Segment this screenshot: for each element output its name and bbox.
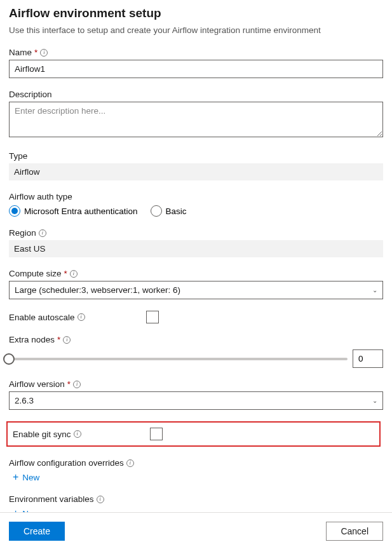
info-icon[interactable]: i [73,381,81,388]
page-subtitle: Use this interface to setup and create y… [9,25,383,35]
info-icon[interactable]: i [74,430,81,438]
name-label: Name [9,48,32,57]
chevron-down-icon: ⌄ [372,287,377,294]
compute-value: Large (scheduler:3, webserver:1, worker:… [15,285,180,295]
overrides-new-label: New [22,473,39,482]
overrides-new-button[interactable]: + New [9,471,383,483]
info-icon[interactable]: i [39,229,46,237]
info-icon[interactable]: i [78,313,85,321]
compute-select[interactable]: Large (scheduler:3, webserver:1, worker:… [9,281,383,299]
type-label: Type [9,151,27,161]
airflow-version-value: 2.6.3 [15,396,34,405]
auth-radio-basic[interactable]: Basic [151,205,187,217]
info-icon[interactable]: i [40,49,48,57]
plus-icon: + [13,471,18,483]
description-input[interactable] [9,102,383,137]
extra-nodes-value[interactable]: 0 [353,349,383,368]
description-label: Description [9,90,52,99]
git-sync-highlighted-section: Enable git sync i [6,421,381,447]
chevron-down-icon: ⌄ [372,397,377,404]
required-indicator: * [64,269,67,278]
overrides-label: Airflow configuration overrides [9,458,124,468]
airflow-version-select[interactable]: 2.6.3 ⌄ [9,391,383,410]
auth-entra-label: Microsoft Entra authentication [24,207,138,216]
required-indicator: * [57,335,60,344]
info-icon[interactable]: i [97,496,104,503]
extra-nodes-slider[interactable] [9,358,348,360]
cancel-button[interactable]: Cancel [326,522,383,541]
auth-radio-entra[interactable]: Microsoft Entra authentication [9,205,138,217]
name-input[interactable] [9,60,383,78]
git-sync-label: Enable git sync [13,430,71,439]
auth-basic-label: Basic [166,207,187,216]
extra-nodes-label: Extra nodes [9,335,55,344]
required-indicator: * [34,48,37,57]
info-icon[interactable]: i [63,336,71,344]
create-button[interactable]: Create [9,522,65,541]
required-indicator: * [67,379,71,389]
info-icon[interactable]: i [126,459,134,467]
env-vars-new-button[interactable]: + New [9,508,383,512]
git-sync-checkbox[interactable] [150,428,163,440]
form-scroll-area[interactable]: Airflow environment setup Use this inter… [0,0,392,512]
slider-thumb[interactable] [3,353,15,365]
env-vars-label: Environment variables [9,494,94,504]
region-value: East US [9,240,383,257]
info-icon[interactable]: i [70,270,78,278]
page-title: Airflow environment setup [9,6,383,20]
type-value: Airflow [9,163,383,180]
autoscale-checkbox[interactable] [146,311,159,323]
airflow-version-label: Airflow version [9,379,65,389]
auth-type-label: Airflow auth type [9,192,72,201]
autoscale-label: Enable autoscale [9,313,75,322]
region-label: Region [9,228,36,238]
footer-bar: Create Cancel [0,512,392,549]
plus-icon: + [13,508,18,512]
compute-label: Compute size [9,269,62,278]
